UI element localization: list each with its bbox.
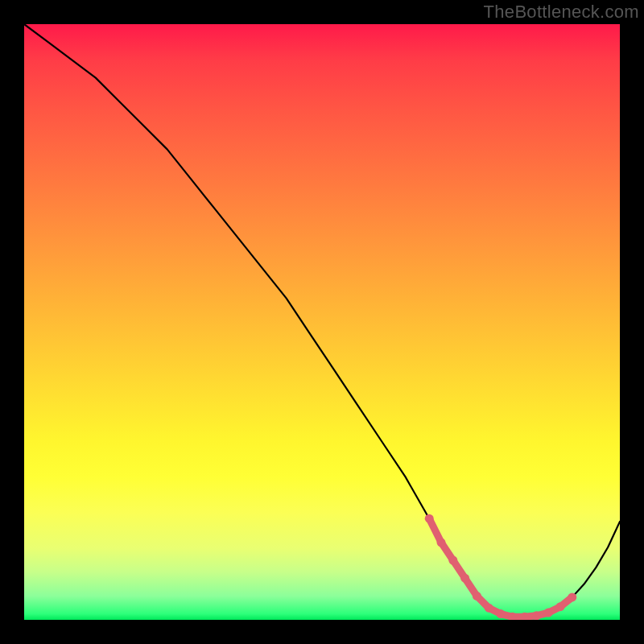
gradient-background (24, 24, 620, 620)
watermark-text: TheBottleneck.com (484, 2, 639, 23)
chart-plot-area (24, 24, 620, 620)
